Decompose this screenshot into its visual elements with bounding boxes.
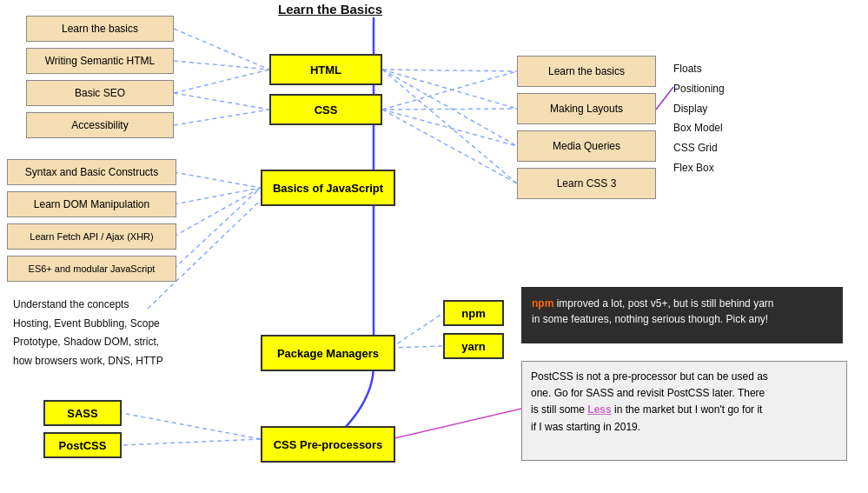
svg-line-6 — [174, 188, 261, 204]
left-box-7: ES6+ and modular JavaScript — [7, 256, 176, 282]
svg-line-1 — [174, 61, 269, 70]
js-node: Basics of JavaScript — [261, 170, 395, 206]
svg-line-10 — [382, 70, 517, 71]
page-container: Learn the Basics HTML CSS Basics of Java… — [0, 0, 868, 493]
svg-line-17 — [382, 110, 517, 183]
csspre-node: CSS Pre-processors — [261, 426, 395, 463]
svg-line-22 — [122, 439, 261, 445]
css-subtopics-list: Floats Positioning Display Box Model CSS… — [673, 59, 725, 178]
svg-line-5 — [174, 172, 261, 188]
svg-line-18 — [656, 87, 673, 110]
html-node: HTML — [269, 54, 382, 85]
left-box-4: Syntax and Basic Constructs — [7, 159, 176, 185]
left-box-3: Accessibility — [26, 112, 174, 138]
sass-box: SASS — [43, 400, 122, 426]
svg-line-3 — [174, 110, 269, 125]
page-title: Learn the Basics — [278, 2, 382, 17]
left-box-0: Learn the basics — [26, 16, 174, 42]
svg-line-19 — [391, 313, 443, 348]
svg-line-21 — [122, 413, 261, 439]
right-css-box-2: Media Queries — [517, 130, 656, 162]
svg-line-13 — [382, 70, 517, 183]
right-css-box-1: Making Layouts — [517, 93, 656, 124]
pkg-node: Package Managers — [261, 335, 395, 371]
svg-line-15 — [382, 109, 517, 110]
left-box-1: Writing Semantic HTML — [26, 48, 174, 74]
svg-line-11 — [382, 70, 517, 109]
svg-line-12 — [382, 70, 517, 146]
left-box-5: Learn DOM Manipulation — [7, 191, 176, 217]
npm-info-box: npm improved a lot, post v5+, but is sti… — [521, 287, 843, 343]
svg-line-14 — [382, 71, 517, 110]
svg-line-8 — [174, 188, 261, 269]
svg-line-7 — [174, 188, 261, 237]
npm-box: npm — [443, 300, 504, 326]
svg-line-4 — [174, 93, 269, 110]
svg-line-16 — [382, 110, 517, 146]
svg-line-2 — [174, 70, 269, 93]
css-node: CSS — [269, 94, 382, 125]
postcss-box: PostCSS — [43, 432, 122, 458]
right-css-box-0: Learn the basics — [517, 56, 656, 87]
yarn-box: yarn — [443, 333, 504, 359]
svg-line-20 — [391, 346, 443, 348]
left-box-2: Basic SEO — [26, 80, 174, 106]
svg-line-0 — [174, 29, 269, 70]
left-box-6: Learn Fetch API / Ajax (XHR) — [7, 223, 176, 250]
csspre-info-box: PostCSS is not a pre-processor but can b… — [521, 361, 847, 461]
svg-line-23 — [391, 409, 521, 439]
right-css-box-3: Learn CSS 3 — [517, 168, 656, 199]
plain-text-concepts: Understand the concepts Hosting, Event B… — [13, 296, 163, 370]
